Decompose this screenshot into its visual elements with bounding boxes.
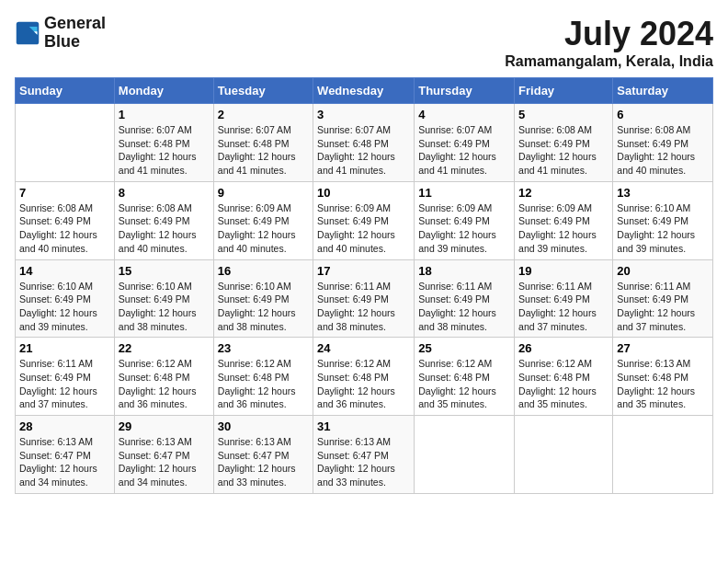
day-cell: 11Sunrise: 6:09 AM Sunset: 6:49 PM Dayli… bbox=[415, 181, 515, 259]
day-info: Sunrise: 6:11 AM Sunset: 6:49 PM Dayligh… bbox=[19, 357, 110, 411]
day-number: 12 bbox=[518, 186, 609, 200]
day-info: Sunrise: 6:13 AM Sunset: 6:47 PM Dayligh… bbox=[119, 435, 210, 489]
day-info: Sunrise: 6:09 AM Sunset: 6:49 PM Dayligh… bbox=[317, 201, 410, 256]
day-number: 20 bbox=[617, 264, 709, 278]
day-number: 8 bbox=[119, 186, 210, 200]
title-section: July 2024 Ramamangalam, Kerala, India bbox=[505, 15, 713, 70]
day-info: Sunrise: 6:13 AM Sunset: 6:47 PM Dayligh… bbox=[19, 435, 110, 489]
day-number: 10 bbox=[317, 186, 410, 200]
day-info: Sunrise: 6:12 AM Sunset: 6:48 PM Dayligh… bbox=[119, 357, 210, 411]
calendar-table: SundayMondayTuesdayWednesdayThursdayFrid… bbox=[15, 77, 713, 494]
day-info: Sunrise: 6:09 AM Sunset: 6:49 PM Dayligh… bbox=[418, 201, 510, 256]
day-header-friday: Friday bbox=[515, 78, 613, 104]
day-cell bbox=[16, 104, 115, 182]
day-number: 15 bbox=[119, 264, 210, 278]
day-cell: 21Sunrise: 6:11 AM Sunset: 6:49 PM Dayli… bbox=[16, 338, 115, 416]
day-number: 25 bbox=[418, 341, 510, 355]
day-number: 6 bbox=[617, 108, 709, 121]
day-cell: 29Sunrise: 6:13 AM Sunset: 6:47 PM Dayli… bbox=[114, 416, 213, 494]
day-cell: 18Sunrise: 6:11 AM Sunset: 6:49 PM Dayli… bbox=[415, 259, 515, 338]
week-row-1: 1Sunrise: 6:07 AM Sunset: 6:48 PM Daylig… bbox=[16, 104, 713, 182]
day-cell bbox=[415, 416, 515, 494]
day-number: 7 bbox=[19, 186, 110, 200]
day-info: Sunrise: 6:13 AM Sunset: 6:47 PM Dayligh… bbox=[317, 435, 410, 489]
day-info: Sunrise: 6:08 AM Sunset: 6:49 PM Dayligh… bbox=[617, 123, 709, 178]
day-cell: 15Sunrise: 6:10 AM Sunset: 6:49 PM Dayli… bbox=[114, 259, 213, 338]
day-cell: 1Sunrise: 6:07 AM Sunset: 6:48 PM Daylig… bbox=[114, 104, 213, 182]
day-info: Sunrise: 6:10 AM Sunset: 6:49 PM Dayligh… bbox=[119, 280, 210, 334]
day-cell: 13Sunrise: 6:10 AM Sunset: 6:49 PM Dayli… bbox=[613, 181, 713, 259]
day-cell: 14Sunrise: 6:10 AM Sunset: 6:49 PM Dayli… bbox=[16, 259, 115, 338]
week-row-2: 7Sunrise: 6:08 AM Sunset: 6:49 PM Daylig… bbox=[16, 181, 713, 259]
day-info: Sunrise: 6:07 AM Sunset: 6:48 PM Dayligh… bbox=[317, 123, 410, 178]
day-number: 28 bbox=[19, 419, 110, 433]
day-header-wednesday: Wednesday bbox=[313, 78, 415, 104]
day-header-tuesday: Tuesday bbox=[213, 78, 313, 104]
day-cell: 24Sunrise: 6:12 AM Sunset: 6:48 PM Dayli… bbox=[313, 338, 415, 416]
day-cell: 3Sunrise: 6:07 AM Sunset: 6:48 PM Daylig… bbox=[313, 104, 415, 182]
day-info: Sunrise: 6:07 AM Sunset: 6:48 PM Dayligh… bbox=[119, 123, 210, 178]
day-header-saturday: Saturday bbox=[613, 78, 713, 104]
day-number: 22 bbox=[119, 341, 210, 355]
day-info: Sunrise: 6:12 AM Sunset: 6:48 PM Dayligh… bbox=[317, 357, 410, 411]
day-info: Sunrise: 6:12 AM Sunset: 6:48 PM Dayligh… bbox=[518, 357, 609, 411]
day-info: Sunrise: 6:09 AM Sunset: 6:49 PM Dayligh… bbox=[518, 201, 609, 256]
day-cell: 27Sunrise: 6:13 AM Sunset: 6:48 PM Dayli… bbox=[613, 338, 713, 416]
day-number: 14 bbox=[19, 264, 110, 278]
day-cell: 20Sunrise: 6:11 AM Sunset: 6:49 PM Dayli… bbox=[613, 259, 713, 338]
day-cell: 17Sunrise: 6:11 AM Sunset: 6:49 PM Dayli… bbox=[313, 259, 415, 338]
day-number: 9 bbox=[218, 186, 309, 200]
day-info: Sunrise: 6:11 AM Sunset: 6:49 PM Dayligh… bbox=[617, 280, 709, 334]
day-info: Sunrise: 6:12 AM Sunset: 6:48 PM Dayligh… bbox=[418, 357, 510, 411]
logo: General Blue bbox=[15, 15, 106, 52]
day-number: 26 bbox=[518, 341, 609, 355]
day-number: 11 bbox=[418, 186, 510, 200]
day-info: Sunrise: 6:11 AM Sunset: 6:49 PM Dayligh… bbox=[317, 280, 410, 334]
day-cell: 25Sunrise: 6:12 AM Sunset: 6:48 PM Dayli… bbox=[415, 338, 515, 416]
day-cell: 16Sunrise: 6:10 AM Sunset: 6:49 PM Dayli… bbox=[213, 259, 313, 338]
day-number: 17 bbox=[317, 264, 410, 278]
day-cell: 10Sunrise: 6:09 AM Sunset: 6:49 PM Dayli… bbox=[313, 181, 415, 259]
subtitle: Ramamangalam, Kerala, India bbox=[505, 53, 713, 70]
day-cell: 30Sunrise: 6:13 AM Sunset: 6:47 PM Dayli… bbox=[213, 416, 313, 494]
day-cell: 6Sunrise: 6:08 AM Sunset: 6:49 PM Daylig… bbox=[613, 104, 713, 182]
day-cell: 2Sunrise: 6:07 AM Sunset: 6:48 PM Daylig… bbox=[213, 104, 313, 182]
day-number: 31 bbox=[317, 419, 410, 433]
day-header-thursday: Thursday bbox=[415, 78, 515, 104]
day-cell: 31Sunrise: 6:13 AM Sunset: 6:47 PM Dayli… bbox=[313, 416, 415, 494]
week-row-5: 28Sunrise: 6:13 AM Sunset: 6:47 PM Dayli… bbox=[16, 416, 713, 494]
day-number: 19 bbox=[518, 264, 609, 278]
day-info: Sunrise: 6:10 AM Sunset: 6:49 PM Dayligh… bbox=[617, 201, 709, 256]
day-cell bbox=[613, 416, 713, 494]
day-header-sunday: Sunday bbox=[16, 78, 115, 104]
day-cell: 22Sunrise: 6:12 AM Sunset: 6:48 PM Dayli… bbox=[114, 338, 213, 416]
day-number: 18 bbox=[418, 264, 510, 278]
day-cell bbox=[515, 416, 613, 494]
day-info: Sunrise: 6:10 AM Sunset: 6:49 PM Dayligh… bbox=[19, 280, 110, 334]
day-cell: 4Sunrise: 6:07 AM Sunset: 6:49 PM Daylig… bbox=[415, 104, 515, 182]
svg-rect-0 bbox=[17, 22, 40, 45]
day-cell: 23Sunrise: 6:12 AM Sunset: 6:48 PM Dayli… bbox=[213, 338, 313, 416]
day-cell: 7Sunrise: 6:08 AM Sunset: 6:49 PM Daylig… bbox=[16, 181, 115, 259]
day-number: 29 bbox=[119, 419, 210, 433]
day-info: Sunrise: 6:08 AM Sunset: 6:49 PM Dayligh… bbox=[19, 201, 110, 256]
week-row-4: 21Sunrise: 6:11 AM Sunset: 6:49 PM Dayli… bbox=[16, 338, 713, 416]
logo-icon bbox=[15, 20, 40, 46]
day-info: Sunrise: 6:13 AM Sunset: 6:48 PM Dayligh… bbox=[617, 357, 709, 411]
logo-text: General Blue bbox=[44, 15, 106, 52]
day-info: Sunrise: 6:10 AM Sunset: 6:49 PM Dayligh… bbox=[218, 280, 309, 334]
day-cell: 19Sunrise: 6:11 AM Sunset: 6:49 PM Dayli… bbox=[515, 259, 613, 338]
day-number: 1 bbox=[119, 108, 210, 121]
day-info: Sunrise: 6:07 AM Sunset: 6:48 PM Dayligh… bbox=[218, 123, 309, 178]
day-info: Sunrise: 6:13 AM Sunset: 6:47 PM Dayligh… bbox=[218, 435, 309, 489]
day-cell: 9Sunrise: 6:09 AM Sunset: 6:49 PM Daylig… bbox=[213, 181, 313, 259]
day-number: 30 bbox=[218, 419, 309, 433]
day-cell: 8Sunrise: 6:08 AM Sunset: 6:49 PM Daylig… bbox=[114, 181, 213, 259]
day-info: Sunrise: 6:08 AM Sunset: 6:49 PM Dayligh… bbox=[518, 123, 609, 178]
day-number: 27 bbox=[617, 341, 709, 355]
day-cell: 5Sunrise: 6:08 AM Sunset: 6:49 PM Daylig… bbox=[515, 104, 613, 182]
day-number: 4 bbox=[418, 108, 510, 121]
day-number: 16 bbox=[218, 264, 309, 278]
day-info: Sunrise: 6:09 AM Sunset: 6:49 PM Dayligh… bbox=[218, 201, 309, 256]
day-info: Sunrise: 6:11 AM Sunset: 6:49 PM Dayligh… bbox=[418, 280, 510, 334]
